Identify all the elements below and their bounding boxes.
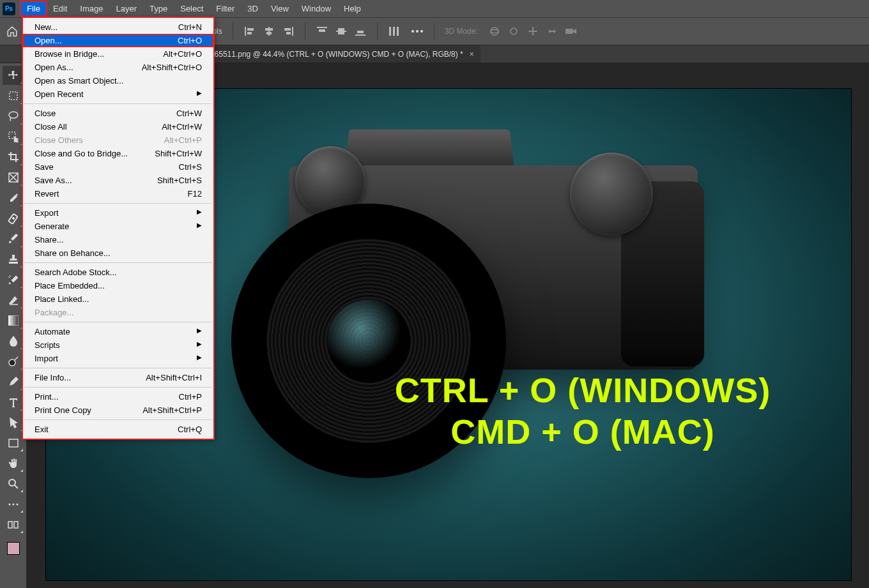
menu-view[interactable]: View bbox=[265, 1, 295, 16]
svg-rect-37 bbox=[8, 522, 12, 528]
eyedropper-tool[interactable] bbox=[3, 188, 24, 207]
menu-item-place-embedded[interactable]: Place Embedded... bbox=[23, 279, 213, 292]
foreground-color-swatch[interactable] bbox=[7, 542, 20, 555]
menu-item-exit[interactable]: ExitCtrl+Q bbox=[23, 423, 213, 436]
svg-rect-17 bbox=[397, 27, 399, 36]
home-icon[interactable] bbox=[5, 24, 19, 38]
orbit-3d-icon[interactable] bbox=[488, 26, 501, 37]
brush-tool[interactable] bbox=[3, 229, 24, 248]
close-tab-icon[interactable]: × bbox=[470, 50, 474, 59]
pen-tool[interactable] bbox=[3, 372, 24, 391]
ellipsis-tool[interactable] bbox=[3, 495, 24, 514]
more-options-icon[interactable] bbox=[411, 26, 424, 37]
menu-help[interactable]: Help bbox=[337, 1, 367, 16]
svg-point-31 bbox=[9, 359, 15, 366]
svg-point-33 bbox=[9, 479, 15, 486]
quick-select-tool[interactable] bbox=[3, 127, 24, 146]
camera-3d-icon[interactable] bbox=[565, 26, 578, 37]
history-brush-tool[interactable] bbox=[3, 270, 24, 289]
path-select-tool[interactable] bbox=[3, 413, 24, 432]
type-tool[interactable] bbox=[3, 393, 24, 412]
edit-toolbar-tool[interactable] bbox=[3, 515, 24, 534]
svg-rect-16 bbox=[393, 27, 395, 36]
menu-item-scripts[interactable]: Scripts▶ bbox=[23, 338, 213, 352]
menu-3d[interactable]: 3D bbox=[241, 1, 265, 16]
menu-item-print-one-copy[interactable]: Print One CopyAlt+Shift+Ctrl+P bbox=[23, 403, 213, 417]
menu-window[interactable]: Window bbox=[295, 1, 337, 16]
svg-point-19 bbox=[416, 30, 419, 33]
menu-item-share-on-behance[interactable]: Share on Behance... bbox=[23, 246, 213, 260]
blur-tool[interactable] bbox=[3, 331, 24, 351]
menu-type[interactable]: Type bbox=[143, 1, 174, 16]
menu-item-browse-in-bridge[interactable]: Browse in Bridge...Alt+Ctrl+O bbox=[23, 47, 213, 61]
menu-item-print[interactable]: Print...Ctrl+P bbox=[23, 390, 213, 403]
menu-item-save-as[interactable]: Save As...Shift+Ctrl+S bbox=[23, 174, 213, 187]
crop-tool[interactable] bbox=[3, 147, 24, 167]
healing-tool[interactable] bbox=[3, 209, 24, 228]
frame-tool[interactable] bbox=[3, 168, 24, 187]
menu-item-open-as-smart-object[interactable]: Open as Smart Object... bbox=[23, 74, 213, 87]
rectangle-tool[interactable] bbox=[3, 433, 24, 453]
menu-item-new[interactable]: New...Ctrl+N bbox=[23, 20, 213, 34]
menu-item-place-linked[interactable]: Place Linked... bbox=[23, 292, 213, 306]
menu-layer[interactable]: Layer bbox=[110, 1, 144, 16]
svg-rect-25 bbox=[10, 92, 17, 100]
menu-item-revert[interactable]: RevertF12 bbox=[23, 187, 213, 200]
menu-image[interactable]: Image bbox=[73, 1, 109, 16]
dist-middle-icon[interactable] bbox=[335, 26, 348, 37]
menu-item-close-and-go-to-bridge[interactable]: Close and Go to Bridge...Shift+Ctrl+W bbox=[23, 147, 213, 160]
menu-item-open-as[interactable]: Open As...Alt+Shift+Ctrl+O bbox=[23, 61, 213, 74]
menu-file[interactable]: File bbox=[20, 1, 47, 16]
camera-illustration bbox=[570, 153, 653, 236]
menu-item-close-all[interactable]: Close AllAlt+Ctrl+W bbox=[23, 120, 213, 133]
menu-item-save[interactable]: SaveCtrl+S bbox=[23, 160, 213, 174]
dodge-tool[interactable] bbox=[3, 352, 24, 371]
distribute-group bbox=[316, 26, 367, 37]
dist-bottom-icon[interactable] bbox=[354, 26, 367, 37]
overlay-text: CTRL + O (WINDOWS) CMD + O (MAC) bbox=[321, 370, 845, 453]
svg-rect-2 bbox=[247, 32, 252, 34]
gradient-tool[interactable] bbox=[3, 311, 24, 330]
stamp-tool[interactable] bbox=[3, 250, 24, 269]
menu-item-import[interactable]: Import▶ bbox=[23, 352, 213, 365]
svg-rect-4 bbox=[265, 28, 273, 31]
pan-3d-icon[interactable] bbox=[527, 26, 539, 37]
artboard-tool[interactable] bbox=[3, 86, 24, 105]
menu-item-search-adobe-stock[interactable]: Search Adobe Stock... bbox=[23, 266, 213, 279]
menu-item-file-info[interactable]: File Info...Alt+Shift+Ctrl+I bbox=[23, 371, 213, 384]
dist-spacing-icon[interactable] bbox=[388, 26, 401, 37]
zoom-tool[interactable] bbox=[3, 474, 24, 494]
svg-rect-13 bbox=[355, 34, 365, 36]
move-tool[interactable] bbox=[3, 66, 24, 85]
menu-select[interactable]: Select bbox=[174, 1, 210, 16]
lasso-tool[interactable] bbox=[3, 107, 24, 126]
align-left-icon[interactable] bbox=[243, 26, 256, 37]
menu-item-automate[interactable]: Automate▶ bbox=[23, 325, 213, 338]
menu-item-open[interactable]: Open...Ctrl+O bbox=[23, 34, 213, 47]
svg-rect-6 bbox=[292, 27, 293, 36]
menu-edit[interactable]: Edit bbox=[47, 1, 73, 16]
menu-filter[interactable]: Filter bbox=[210, 1, 241, 16]
menu-item-open-recent[interactable]: Open Recent▶ bbox=[23, 87, 213, 101]
hand-tool[interactable] bbox=[3, 454, 24, 473]
menu-item-generate[interactable]: Generate▶ bbox=[23, 220, 213, 233]
dist-top-icon[interactable] bbox=[316, 26, 328, 37]
roll-3d-icon[interactable] bbox=[507, 26, 520, 37]
menu-item-share[interactable]: Share... bbox=[23, 233, 213, 246]
svg-point-23 bbox=[511, 28, 517, 34]
svg-rect-10 bbox=[319, 29, 325, 32]
menu-item-close[interactable]: CloseCtrl+W bbox=[23, 107, 213, 120]
svg-rect-14 bbox=[357, 31, 364, 33]
align-right-icon[interactable] bbox=[282, 26, 295, 37]
eraser-tool[interactable] bbox=[3, 290, 24, 310]
slide-3d-icon[interactable] bbox=[546, 26, 558, 37]
svg-rect-38 bbox=[14, 522, 18, 528]
menu-item-export[interactable]: Export▶ bbox=[23, 206, 213, 220]
align-center-h-icon[interactable] bbox=[263, 26, 275, 37]
menu-item-package: Package... bbox=[23, 306, 213, 319]
app-logo: Ps bbox=[3, 3, 15, 15]
svg-point-26 bbox=[9, 112, 18, 118]
svg-rect-5 bbox=[266, 32, 272, 34]
svg-point-18 bbox=[411, 30, 414, 33]
svg-point-22 bbox=[491, 30, 498, 33]
